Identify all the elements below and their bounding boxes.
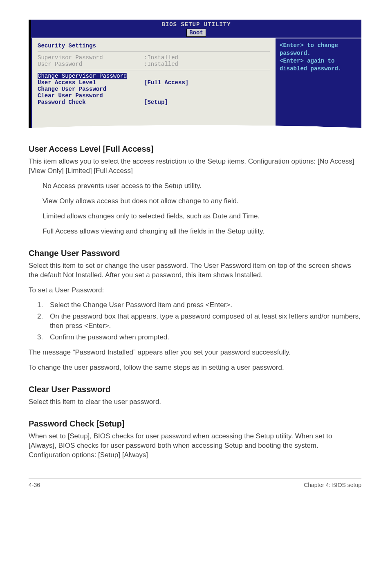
bios-left-panel: Security Settings Supervisor Password :I… bbox=[31, 38, 276, 128]
step-1: Select the Change User Password item and… bbox=[45, 301, 361, 310]
bios-tab-boot: Boot bbox=[186, 29, 206, 37]
para-ual-intro: This item allows you to select the acces… bbox=[29, 157, 361, 176]
page-footer: 4-36 Chapter 4: BIOS setup bbox=[29, 478, 361, 488]
row-change-supervisor-password: Change Supervisor Password bbox=[38, 73, 270, 79]
item-change-user-password: Change User Password bbox=[38, 86, 144, 92]
heading-clear-user-password: Clear User Password bbox=[29, 385, 361, 394]
para-full-access: Full Access allows viewing and changing … bbox=[43, 227, 361, 236]
item-change-supervisor-password: Change Supervisor Password bbox=[38, 73, 127, 79]
step-3: Confirm the password when prompted. bbox=[45, 333, 361, 342]
label-supervisor-password: Supervisor Password bbox=[38, 54, 144, 61]
bios-help-line-2: <Enter> again to disabled password. bbox=[280, 57, 357, 73]
bios-help-panel: <Enter> to change password. <Enter> agai… bbox=[276, 38, 361, 128]
footer-page-number: 4-36 bbox=[29, 482, 40, 488]
row-password-check: Password Check [Setup] bbox=[38, 99, 270, 105]
bios-screenshot: BIOS SETUP UTILITY Boot Security Setting… bbox=[29, 20, 361, 128]
heading-change-user-password: Change User Password bbox=[29, 249, 361, 258]
footer-chapter: Chapter 4: BIOS setup bbox=[304, 482, 361, 488]
row-user-access-level: User Access Level [Full Access] bbox=[38, 79, 270, 86]
para-cup-toset: To set a User Password: bbox=[29, 286, 361, 295]
para-password-check: When set to [Setup], BIOS checks for use… bbox=[29, 432, 361, 460]
label-user-password: User Password bbox=[38, 61, 144, 67]
value-user-access-level: [Full Access] bbox=[144, 79, 188, 86]
item-clear-user-password: Clear User Password bbox=[38, 92, 144, 99]
row-clear-user-password: Clear User Password bbox=[38, 92, 270, 99]
para-limited: Limited allows changes only to selected … bbox=[43, 212, 361, 221]
heading-user-access-level: User Access Level [Full Access] bbox=[29, 144, 361, 154]
para-clear-user-password: Select this item to clear the user passw… bbox=[29, 397, 361, 407]
label-password-check: Password Check bbox=[38, 99, 144, 105]
label-user-access-level: User Access Level bbox=[38, 79, 144, 86]
row-change-user-password: Change User Password bbox=[38, 86, 270, 92]
value-user-password: :Installed bbox=[144, 61, 178, 67]
bios-title: BIOS SETUP UTILITY bbox=[31, 20, 361, 29]
step-2: On the password box that appears, type a… bbox=[45, 312, 361, 331]
row-supervisor-password: Supervisor Password :Installed bbox=[38, 54, 270, 61]
heading-password-check: Password Check [Setup] bbox=[29, 419, 361, 429]
bios-section-title: Security Settings bbox=[38, 43, 270, 52]
row-user-password: User Password :Installed bbox=[38, 61, 270, 67]
value-supervisor-password: :Installed bbox=[144, 54, 178, 61]
para-cup-intro: Select this item to set or change the us… bbox=[29, 261, 361, 280]
para-view-only: View Only allows access but does not all… bbox=[43, 197, 361, 206]
bios-help-line-1: <Enter> to change password. bbox=[280, 42, 357, 57]
para-cup-success: The message “Password Installed” appears… bbox=[29, 348, 361, 357]
para-cup-change: To change the user password, follow the … bbox=[29, 363, 361, 373]
value-password-check: [Setup] bbox=[144, 99, 168, 105]
para-no-access: No Access prevents user access to the Se… bbox=[43, 182, 361, 191]
steps-set-user-password: Select the Change User Password item and… bbox=[29, 301, 361, 342]
bios-tabbar: Boot bbox=[31, 29, 361, 38]
